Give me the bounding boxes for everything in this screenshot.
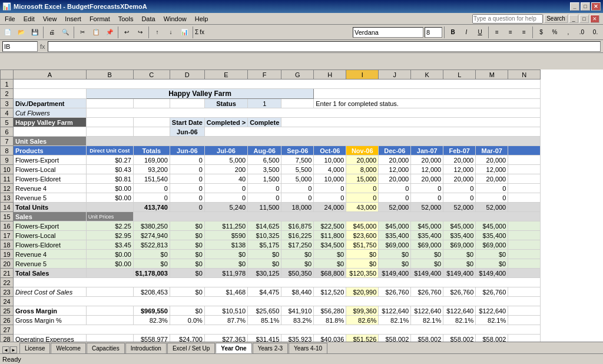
decrease-decimal-btn[interactable]: 0. xyxy=(589,26,602,39)
search-btn[interactable]: Search xyxy=(544,15,568,23)
col-e[interactable]: E xyxy=(204,70,247,80)
tab-introduction[interactable]: Introduction xyxy=(125,343,167,353)
tab-setup[interactable]: Excel / Set Up xyxy=(167,343,215,353)
bold-btn[interactable]: B xyxy=(446,26,459,39)
tab-scroll-right[interactable]: ► xyxy=(10,346,17,353)
col-l[interactable]: L xyxy=(443,70,476,80)
menu-tools[interactable]: Tools xyxy=(115,14,137,24)
align-center-btn[interactable]: ≡ xyxy=(504,26,517,39)
tab-capacities[interactable]: Capacities xyxy=(87,343,125,353)
sep7 xyxy=(488,27,489,38)
col-i[interactable]: I xyxy=(346,70,379,80)
table-row: 6 Jun-06 xyxy=(1,127,541,137)
tab-years-4-10[interactable]: Years 4-10 xyxy=(289,343,327,353)
menu-file[interactable]: File xyxy=(1,14,19,24)
align-right-btn[interactable]: ≡ xyxy=(518,26,531,39)
font-name-input[interactable] xyxy=(353,27,423,38)
status-bar: Ready xyxy=(0,353,603,364)
col-c[interactable]: C xyxy=(133,70,170,80)
tab-license[interactable]: License xyxy=(19,343,50,353)
table-row: 17 Flowers-Local $2.95 $274,940 $0 $590 … xyxy=(1,231,541,240)
toolbar-1: 📄 📂 💾 🖨 🔍 ✂ 📋 📌 ↩ ↪ ↑ ↓ 📊 Σ fx B I U ≡ xyxy=(0,25,603,40)
chart-btn[interactable]: 📊 xyxy=(178,26,191,39)
table-row: 1 xyxy=(1,80,541,89)
copy-btn[interactable]: 📋 xyxy=(90,26,102,39)
r1[interactable] xyxy=(14,80,541,89)
sort-desc-btn[interactable]: ↓ xyxy=(164,26,177,39)
cut-btn[interactable]: ✂ xyxy=(76,26,89,39)
table-row: 28 Operating Expenses $558,977 $24,700 $… xyxy=(1,335,541,342)
close-btn[interactable]: ✕ xyxy=(591,2,601,11)
formula-bar: fx xyxy=(0,40,603,53)
sort-asc-btn[interactable]: ↑ xyxy=(151,26,164,39)
table-row: 14 Total Units 413,740 0 5,240 11,500 18… xyxy=(1,203,541,212)
formula-input[interactable] xyxy=(48,41,601,52)
sep4 xyxy=(148,27,149,38)
col-g[interactable]: G xyxy=(281,70,314,80)
comma-btn[interactable]: , xyxy=(562,26,575,39)
save-btn[interactable]: 💾 xyxy=(28,26,41,39)
status-text: Ready xyxy=(2,356,21,363)
table-row: 4 Cut Flowers xyxy=(1,108,541,118)
tab-bar: ◄ ► License Welcome Capacities Introduct… xyxy=(0,342,603,353)
table-row: 24 xyxy=(1,297,541,306)
col-h[interactable]: H xyxy=(314,70,346,80)
table-row: 20 Revenue 5 $0.00 $0 $0 $0 $0 $0 $0 $0 … xyxy=(1,259,541,269)
col-f[interactable]: F xyxy=(248,70,281,80)
menu-help[interactable]: Help xyxy=(191,14,212,24)
menu-edit[interactable]: Edit xyxy=(20,14,38,24)
underline-btn[interactable]: U xyxy=(473,26,486,39)
col-b[interactable]: B xyxy=(86,70,133,80)
menu-insert[interactable]: Insert xyxy=(61,14,85,24)
title-text: Microsoft Excel - BudgetForecastsXDemoA xyxy=(14,3,147,10)
spreadsheet-grid[interactable]: A B C D E F G H I J K L M N xyxy=(0,70,603,342)
col-j[interactable]: J xyxy=(379,70,411,80)
menu-data[interactable]: Data xyxy=(138,14,158,24)
menu-view[interactable]: View xyxy=(39,14,61,24)
col-a[interactable]: A xyxy=(14,70,87,80)
col-k[interactable]: K xyxy=(411,70,443,80)
sum-label: Σ xyxy=(195,29,198,35)
table-row: 2 Happy Valley Farm xyxy=(1,89,541,99)
preview-btn[interactable]: 🔍 xyxy=(59,26,72,39)
tab-scroll-left[interactable]: ◄ xyxy=(2,346,9,353)
help-search[interactable] xyxy=(472,14,543,24)
table-row: 21 Total Sales $1,178,003 $0 $11,978 $30… xyxy=(1,269,541,278)
print-btn[interactable]: 🖨 xyxy=(45,26,58,39)
paste-btn[interactable]: 📌 xyxy=(103,26,116,39)
currency-btn[interactable]: $ xyxy=(535,26,548,39)
col-m[interactable]: M xyxy=(476,70,508,80)
align-left-btn[interactable]: ≡ xyxy=(491,26,503,39)
table-row: 18 Flowers-Eldoret $3.45 $522,813 $0 $13… xyxy=(1,240,541,250)
table-row: 9 Flowers-Export $0.27 169,000 0 5,000 6… xyxy=(1,155,541,165)
close-app-btn[interactable]: ✕ xyxy=(590,15,599,23)
open-btn[interactable]: 📂 xyxy=(15,26,28,39)
name-box[interactable] xyxy=(2,41,38,52)
minimize-app-btn[interactable]: _ xyxy=(569,15,578,23)
tab-years-2-3[interactable]: Years 2-3 xyxy=(253,343,288,353)
new-btn[interactable]: 📄 xyxy=(1,26,14,39)
undo-btn[interactable]: ↩ xyxy=(120,26,133,39)
menu-format[interactable]: Format xyxy=(86,14,114,24)
italic-btn[interactable]: I xyxy=(460,26,473,39)
col-i-header: Nov-06 xyxy=(346,146,379,155)
table-row: 8 Products Direct Unit Cost Totals Jun-0… xyxy=(1,146,541,155)
minimize-btn[interactable]: _ xyxy=(570,2,579,11)
increase-decimal-btn[interactable]: .0 xyxy=(575,26,588,39)
table-row: 26 Gross Margin % 82.3% 0.0% 87.7% 85.1%… xyxy=(1,316,541,325)
title-bar: 📊 Microsoft Excel - BudgetForecastsXDemo… xyxy=(0,0,603,13)
percent-btn[interactable]: % xyxy=(548,26,561,39)
sep1 xyxy=(43,27,44,38)
redo-btn[interactable]: ↪ xyxy=(134,26,147,39)
table-row: 27 xyxy=(1,325,541,335)
table-row: 22 xyxy=(1,278,541,287)
tab-welcome[interactable]: Welcome xyxy=(51,343,86,353)
tab-year-one[interactable]: Year One xyxy=(216,343,251,353)
font-size-input[interactable] xyxy=(425,27,442,38)
sep2 xyxy=(74,27,74,38)
col-n[interactable]: N xyxy=(508,70,541,80)
restore-btn[interactable]: □ xyxy=(581,2,590,11)
restore-app-btn[interactable]: □ xyxy=(579,15,589,23)
menu-window[interactable]: Window xyxy=(160,14,190,24)
col-d[interactable]: D xyxy=(170,70,204,80)
